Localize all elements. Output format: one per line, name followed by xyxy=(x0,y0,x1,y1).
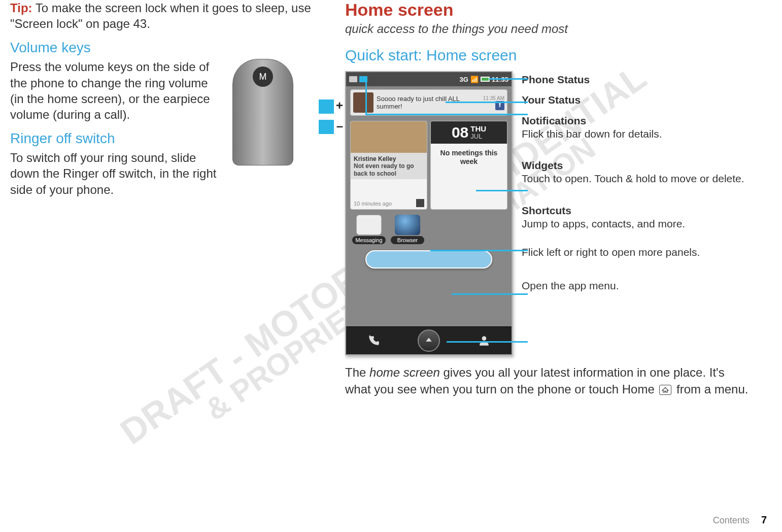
volume-up-marker xyxy=(319,99,334,114)
calendar-widget[interactable]: 08 THU JUL No meetings this week xyxy=(430,121,507,210)
contacts-button[interactable] xyxy=(474,330,494,351)
left-column: Tip: To make the screen lock when it goe… xyxy=(10,0,315,406)
calendar-month: JUL xyxy=(470,132,486,140)
browser-icon xyxy=(395,215,420,235)
home-key-icon xyxy=(659,385,671,395)
tip-label: Tip: xyxy=(10,1,32,15)
contact-name: Kristine Kelley xyxy=(351,153,427,162)
minus-sign: – xyxy=(336,119,343,133)
dialer-button[interactable] xyxy=(363,330,384,351)
widget-corner-icon xyxy=(416,199,424,207)
callout-column: Phone Status Your Status Notifications F… xyxy=(522,71,751,355)
signal-icon: 📶 xyxy=(470,76,479,83)
right-column: Home screen quick access to the things y… xyxy=(345,0,751,406)
shortcut-browser[interactable]: Browser xyxy=(391,215,424,244)
callout-panels: Flick left or right to open more panels. xyxy=(522,246,751,259)
callout-your-status: Your Status xyxy=(522,93,751,107)
calendar-day: 08 xyxy=(452,124,468,141)
volume-keys-heading: Volume keys xyxy=(10,40,315,56)
contact-photo xyxy=(351,121,427,153)
network-type: 3G xyxy=(459,76,468,83)
callout-notifications: Notifications Flick this bar down for de… xyxy=(522,114,751,141)
tip-text: To make the screen lock when it goes to … xyxy=(10,1,311,30)
ringer-off-body: To switch off your ring sound, slide dow… xyxy=(10,150,223,197)
home-screen-body: The home screen gives you all your lates… xyxy=(345,364,751,397)
callout-shortcuts: Shortcuts Jump to apps, contacts, and mo… xyxy=(522,204,751,231)
volume-keys-body: Press the volume keys on the side of the… xyxy=(10,59,223,122)
calendar-weekday: THU xyxy=(470,125,486,132)
bottom-nav xyxy=(346,326,512,354)
app-menu-button[interactable] xyxy=(418,329,440,352)
phone-body: M xyxy=(232,59,293,165)
home-screen-title: Home screen xyxy=(345,0,751,20)
motorola-badge-icon: M xyxy=(253,66,273,87)
messaging-icon xyxy=(356,215,382,235)
callout-app-menu: Open the app menu. xyxy=(522,279,751,292)
status-bar[interactable]: 3G 📶 11:35 xyxy=(346,72,512,86)
quick-start-heading: Quick start: Home screen xyxy=(345,47,751,64)
ringer-off-heading: Ringer off switch xyxy=(10,130,223,147)
page-footer: Contents 7 xyxy=(713,514,767,526)
mail-icon xyxy=(349,76,357,82)
contact-widget[interactable]: Kristine Kelley Not even ready to go bac… xyxy=(350,121,427,210)
shortcuts-row: Messaging Browser xyxy=(352,215,505,244)
contact-status: Not even ready to go back to school xyxy=(351,162,427,179)
avatar-icon xyxy=(353,92,373,113)
phone-side-illustration: M + – xyxy=(228,59,315,171)
callout-phone-status: Phone Status xyxy=(522,73,751,86)
plus-sign: + xyxy=(336,98,343,113)
footer-section: Contents xyxy=(713,515,750,525)
battery-icon xyxy=(481,77,490,82)
page-number: 7 xyxy=(761,514,767,525)
home-screen-subtitle: quick access to the things you need most xyxy=(345,21,751,37)
contact-time: 10 minutes ago xyxy=(354,201,392,207)
panel-indicator[interactable] xyxy=(365,250,492,269)
home-screen-diagram: 3G 📶 11:35 Soooo ready to just chill ALL… xyxy=(345,71,751,355)
calendar-events: No meetings this week xyxy=(431,144,507,171)
status-timestamp: 11:35 AM xyxy=(483,95,504,101)
volume-down-marker xyxy=(319,120,334,134)
tip-paragraph: Tip: To make the screen lock when it goe… xyxy=(10,0,315,31)
shortcut-label: Browser xyxy=(391,236,424,244)
callout-widgets: Widgets Touch to open. Touch & hold to m… xyxy=(522,159,751,186)
shortcut-label: Messaging xyxy=(352,236,386,244)
shortcut-messaging[interactable]: Messaging xyxy=(352,215,386,244)
